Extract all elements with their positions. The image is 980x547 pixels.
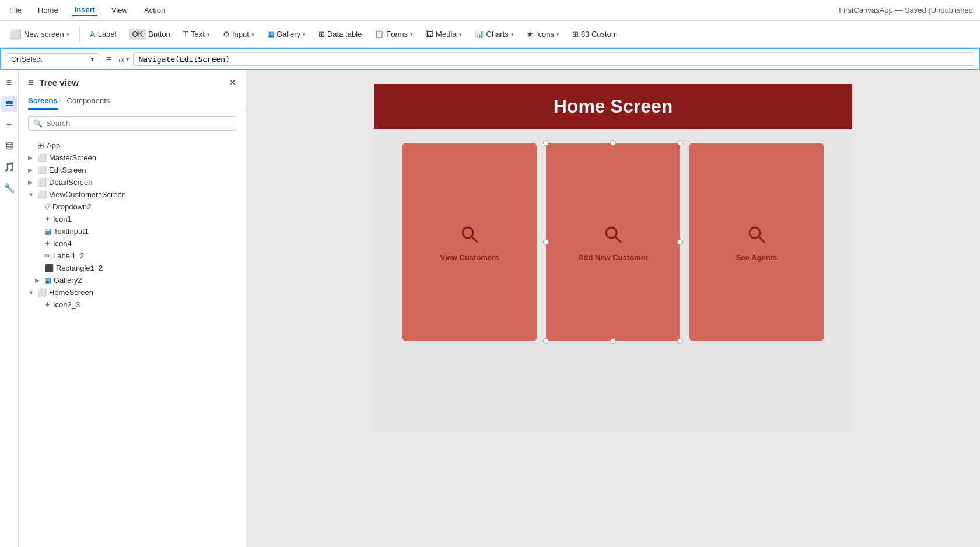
icon2-3-label: Icon2_3: [53, 300, 236, 309]
rail-hamburger-button[interactable]: ≡: [1, 75, 18, 91]
tree-item-textinput1[interactable]: ▤ TextInput1: [19, 225, 246, 237]
icons-icon: ★: [527, 30, 534, 38]
tree-close-button[interactable]: ✕: [229, 77, 236, 88]
icon1-icon: ✦: [44, 215, 51, 223]
card-see-agents[interactable]: See Agents: [690, 143, 824, 341]
formula-property-selector[interactable]: OnSelect ▾: [6, 53, 99, 65]
handle-tr[interactable]: [677, 140, 683, 146]
gallery-chevron-icon: ▾: [303, 31, 306, 37]
tree-item-label1-2[interactable]: ✏ Label1_2: [19, 250, 246, 262]
tab-components[interactable]: Components: [67, 93, 110, 110]
handle-bl[interactable]: [543, 338, 549, 344]
label1-2-icon: ✏: [44, 251, 51, 260]
new-screen-button[interactable]: ⬜ New screen ▾: [5, 26, 75, 43]
menu-view[interactable]: View: [109, 5, 130, 16]
gallery2-icon: ▦: [44, 276, 51, 285]
toolbar: ⬜ New screen ▾ A Label OK Button T Text …: [0, 21, 980, 48]
icons-chevron-icon: ▾: [556, 31, 559, 37]
card-view-customers[interactable]: View Customers: [402, 143, 537, 341]
detailscreen-label: DetailScreen: [49, 178, 236, 187]
label-button[interactable]: A Label: [85, 26, 122, 42]
formula-input[interactable]: [133, 52, 974, 66]
card-search-icon-1: [458, 223, 481, 246]
menu-home[interactable]: Home: [36, 5, 61, 16]
rail-data-button[interactable]: [1, 138, 18, 154]
formula-fx-button[interactable]: fx ▾: [118, 55, 128, 64]
tree-item-viewcustomersscreen[interactable]: ▼ ⬜ ViewCustomersScreen: [19, 188, 246, 201]
rail-add-button[interactable]: +: [1, 117, 18, 133]
handle-tl[interactable]: [543, 140, 549, 146]
tree-item-masterscreen[interactable]: ▶ ⬜ MasterScreen: [19, 152, 246, 164]
gallery2-label: Gallery2: [54, 276, 236, 285]
svg-line-7: [615, 237, 621, 242]
tree-item-icon2-3[interactable]: ✦ Icon2_3: [19, 299, 246, 311]
svg-point-3: [6, 142, 12, 145]
data-table-button[interactable]: ⊞ Data table: [313, 27, 367, 41]
tree-hamburger-button[interactable]: ≡: [28, 78, 33, 88]
text-btn-label: Text: [191, 30, 205, 38]
formula-property-chevron-icon: ▾: [91, 56, 94, 62]
gallery-button[interactable]: ▦ Gallery ▾: [262, 27, 311, 41]
icon4-label: Icon4: [53, 239, 236, 248]
card-search-icon-3: [745, 223, 768, 246]
tree-item-homescreen[interactable]: ▼ ⬜ HomeScreen: [19, 286, 246, 299]
rectangle1-2-label: Rectangle1_2: [56, 264, 236, 272]
search-input[interactable]: [46, 119, 231, 128]
rail-tools-button[interactable]: 🔧: [1, 180, 18, 196]
tree-item-dropdown2[interactable]: ▽ Dropdown2: [19, 201, 246, 213]
tree-item-gallery2[interactable]: ▶ ▦ Gallery2: [19, 274, 246, 286]
svg-line-9: [759, 237, 764, 242]
data-table-icon: ⊞: [318, 30, 325, 38]
tree-item-editscreen[interactable]: ▶ ⬜ EditScreen: [19, 164, 246, 176]
input-button[interactable]: ⚙ Input ▾: [218, 27, 260, 41]
handle-mr[interactable]: [677, 239, 683, 245]
card-label-view-customers: View Customers: [440, 253, 499, 262]
input-chevron-icon: ▾: [251, 31, 254, 37]
tab-screens[interactable]: Screens: [28, 93, 58, 110]
masterscreen-icon: ⬜: [37, 153, 47, 162]
tree-item-detailscreen[interactable]: ▶ ⬜ DetailScreen: [19, 176, 246, 188]
text-icon: T: [183, 29, 188, 39]
forms-button[interactable]: 📋 Forms ▾: [369, 27, 418, 41]
tree-item-rectangle1-2[interactable]: ⬛ Rectangle1_2: [19, 262, 246, 274]
masterscreen-chevron-icon: ▶: [28, 155, 35, 161]
tree-tabs: Screens Components: [19, 93, 246, 110]
media-chevron-icon: ▾: [459, 31, 462, 37]
button-button[interactable]: OK Button: [124, 26, 175, 43]
button-btn-label: Button: [148, 30, 170, 38]
card-label-see-agents: See Agents: [736, 253, 777, 262]
menu-action[interactable]: Action: [142, 5, 167, 16]
svg-line-5: [472, 237, 477, 242]
charts-icon: 📊: [475, 30, 484, 38]
icon-rail: ≡ + 🎵 🔧: [0, 70, 19, 547]
menu-file[interactable]: File: [7, 5, 24, 16]
data-icon: [5, 141, 14, 150]
rail-layers-button[interactable]: [1, 96, 18, 112]
home-screen-banner: Home Screen: [374, 84, 852, 129]
tree-item-app[interactable]: ⊞ App: [19, 139, 246, 152]
card-add-customer[interactable]: Add New Customer: [546, 143, 680, 341]
handle-ml[interactable]: [543, 239, 549, 245]
app-canvas: Home Screen View Customers: [374, 84, 852, 434]
menu-bar: File Home Insert View Action FirstCanvas…: [0, 0, 980, 21]
textinput1-label: TextInput1: [54, 227, 236, 236]
handle-tc[interactable]: [610, 140, 616, 146]
handle-bc[interactable]: [610, 338, 616, 344]
icon4-icon: ✦: [44, 239, 51, 248]
handle-br[interactable]: [677, 338, 683, 344]
tree-item-icon1[interactable]: ✦ Icon1: [19, 213, 246, 225]
data-table-btn-label: Data table: [327, 30, 362, 38]
text-button[interactable]: T Text ▾: [178, 26, 215, 42]
app-title: FirstCanvasApp — Saved (Unpublished: [839, 6, 973, 15]
custom-button[interactable]: ⊞ 83 Custom: [567, 27, 623, 41]
tree-item-icon4[interactable]: ✦ Icon4: [19, 237, 246, 250]
tree-view-title: Tree view: [39, 78, 79, 87]
media-button[interactable]: 🖼 Media ▾: [421, 27, 467, 41]
charts-button[interactable]: 📊 Charts ▾: [470, 27, 519, 41]
search-box: 🔍: [28, 116, 236, 131]
icons-button[interactable]: ★ Icons ▾: [522, 27, 565, 41]
tree-header: ≡ Tree view ✕: [19, 70, 246, 93]
rail-media-button[interactable]: 🎵: [1, 159, 18, 175]
menu-insert[interactable]: Insert: [72, 4, 97, 16]
detailscreen-chevron-icon: ▶: [28, 179, 35, 185]
